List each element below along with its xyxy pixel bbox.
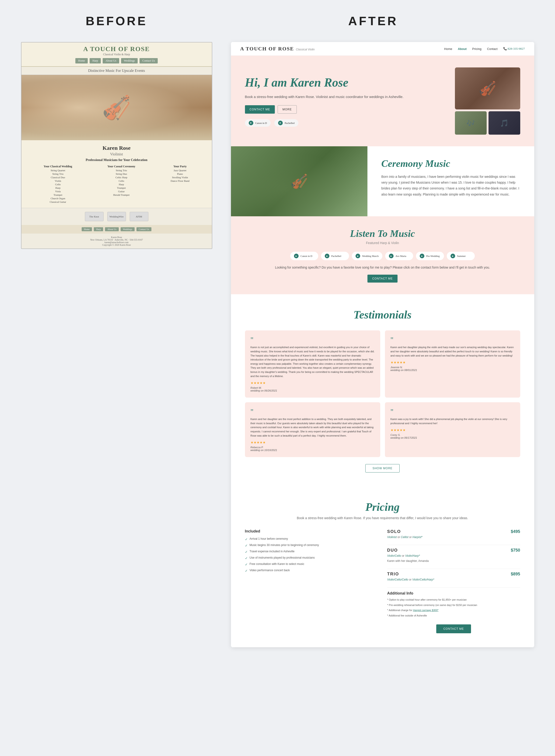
after-hero-section: Hi, I am Karen Rose Book a stress-free w…	[231, 56, 534, 146]
included-item-2: ✓ Music begins 30 minutes prior to begin…	[245, 543, 378, 547]
after-audio-player-2[interactable]: ▶ Pachelbel	[274, 119, 298, 127]
listen-heading: Listen To Music	[245, 228, 520, 239]
check-icon-5: ✓	[245, 562, 248, 566]
before-logos-row: The Knot WeddingWire AFIM	[22, 208, 212, 225]
testimonials-heading: Testimonials	[245, 308, 520, 321]
after-hero-buttons: CONTACT ME MORE	[245, 105, 445, 114]
included-item-3: ✓ Travel expense included in Asheville	[245, 550, 378, 554]
testimonial-card-1: " Karen is not just an accomplished and …	[245, 330, 380, 397]
listen-play-icon-3[interactable]: ▶	[355, 254, 360, 258]
after-nav-home[interactable]: Home	[444, 47, 452, 51]
wedding-date-2: wedding on 08/01/2021	[390, 369, 515, 372]
audio-label-1: Canon in D	[255, 122, 267, 124]
testimonial-text-2: Karen and her daughter playing the violi…	[390, 345, 515, 358]
tier-duo-price: $750	[511, 548, 520, 553]
listen-player-6[interactable]: ▶ Summer	[447, 252, 475, 260]
after-ceremony-section: 🎻 Ceremony Music Born into a family of m…	[231, 146, 534, 216]
after-hero-image-small-2: 🎵	[488, 111, 520, 135]
before-subtitle: Professional Musicians for Your Celebrat…	[26, 158, 207, 162]
before-badge-wedding-wire: WeddingWire	[107, 212, 126, 221]
after-column: A TOUCH OF ROSE Classical Violin Home Ab…	[231, 42, 534, 647]
before-footer-weddings[interactable]: Weddings	[121, 227, 135, 231]
before-artist-title: Violinist	[26, 152, 207, 156]
quote-mark-3: "	[251, 408, 375, 415]
after-hero-image-small-1: 🎶	[455, 111, 487, 135]
testimonial-card-4: " Karen was a joy to work with! She did …	[385, 402, 520, 457]
after-phone: 📞 828-335-9827	[503, 47, 525, 51]
listen-play-icon-2[interactable]: ▶	[325, 254, 330, 258]
after-audio-player-1[interactable]: ▶ Canon in D	[245, 119, 271, 127]
listen-contact-btn[interactable]: CONTACT ME	[368, 275, 397, 283]
wedding-date-3: wedding on 10/10/2021	[251, 449, 375, 452]
after-hero-images: 🎻 🎶 🎵	[455, 68, 520, 135]
after-nav-pricing[interactable]: Pricing	[472, 47, 481, 51]
additional-item-1: * Option to play cocktail hour after cer…	[387, 598, 520, 602]
tier-trio-price: $895	[511, 572, 520, 577]
before-service-casual: Your Casual Ceremony String Trio String …	[108, 165, 135, 203]
after-hero-more-btn[interactable]: MORE	[278, 105, 297, 114]
before-footer-harp[interactable]: Harp	[94, 227, 103, 231]
before-brand-name: A TOUCH OF ROSE	[26, 45, 207, 53]
pricing-included-col: Included ✓ Arrival 1 hour before ceremon…	[245, 529, 378, 633]
before-info-section: Karen Rose Violinist Professional Musici…	[22, 140, 212, 208]
listen-player-2[interactable]: ▶ Pachelbel	[321, 252, 349, 260]
listen-player-label-4: Ave Maria	[395, 255, 407, 257]
check-icon-2: ✓	[245, 544, 248, 547]
listen-player-1[interactable]: ▶ Canon in D	[290, 252, 318, 260]
stars-3: ★★★★★	[251, 440, 375, 445]
additional-item-4: * Additional fee outside of Asheville	[387, 614, 520, 618]
listen-play-icon-6[interactable]: ▶	[451, 254, 455, 258]
ceremony-image: 🎻	[231, 146, 368, 216]
pricing-grid: Included ✓ Arrival 1 hour before ceremon…	[245, 529, 520, 633]
testimonial-card-2: " Karen and her daughter playing the vio…	[385, 330, 520, 397]
testimonial-card-3: " Karen and her daughter are the most pe…	[245, 402, 380, 457]
listen-play-icon-4[interactable]: ▶	[389, 254, 393, 258]
show-more-button[interactable]: SHOW MORE	[365, 464, 400, 472]
included-title: Included	[245, 529, 378, 534]
testimonial-text-1: Karen is not just an accomplished and ex…	[251, 345, 375, 378]
listen-description: Looking for something specific? Do you h…	[245, 265, 520, 270]
before-footer-about[interactable]: About Us	[105, 227, 119, 231]
testimonials-grid: " Karen is not just an accomplished and …	[245, 330, 520, 457]
before-nav-contact[interactable]: Contact Us	[139, 58, 158, 64]
before-nav-harp[interactable]: Harp	[90, 58, 101, 64]
tier-duo-name: DUO	[387, 548, 398, 552]
play-icon-2[interactable]: ▶	[278, 121, 283, 125]
before-brand-sub: Classical Violin & Harp	[26, 53, 207, 56]
after-hero-contact-btn[interactable]: CONTACT ME	[245, 105, 275, 114]
before-nav-home[interactable]: Home	[75, 58, 88, 64]
before-footer-contact[interactable]: Contact Us	[136, 227, 152, 231]
tier-duo-desc: Violin/Cello or Violin/Harp*	[387, 554, 520, 558]
listen-play-icon-1[interactable]: ▶	[294, 254, 299, 258]
after-nav-contact[interactable]: Contact	[487, 47, 498, 51]
pricing-contact-btn[interactable]: CONTACT ME	[436, 624, 471, 633]
listen-player-label-6: Summer	[457, 255, 466, 257]
author-1: Robert M.	[251, 386, 375, 389]
before-tagline: Distinctive Music For Upscale Events	[22, 67, 212, 75]
included-item-6: ✓ Video performance concert back	[245, 569, 378, 573]
listen-subheading: Featured Harp & Violin	[245, 241, 520, 245]
pricing-tiers-col: SOLO $495 Violinist or Cellist or Harpis…	[387, 529, 520, 633]
before-badge-afim: AFIM	[130, 212, 148, 221]
before-nav-weddings[interactable]: Weddings	[121, 58, 138, 64]
pricing-additional: Additional Info * Option to play cocktai…	[387, 591, 520, 618]
before-artist-name: Karen Rose	[26, 145, 207, 151]
before-footer-home[interactable]: Home	[82, 227, 92, 231]
before-hero-image: 🎻	[22, 75, 212, 140]
tier-solo-price: $495	[511, 529, 520, 534]
listen-player-3[interactable]: ▶ Wedding March	[352, 252, 382, 260]
before-nav-about[interactable]: About Us	[103, 58, 119, 64]
play-icon-1[interactable]: ▶	[249, 121, 253, 125]
listen-player-5[interactable]: ▶ Pre-Wedding	[416, 252, 444, 260]
author-4: Corey S.	[390, 433, 515, 436]
before-footer-info: Karen Rose New Orleans, LA 70116 · Ashev…	[22, 234, 212, 249]
listen-play-icon-5[interactable]: ▶	[420, 254, 424, 258]
after-nav-links: Home About Pricing Contact 📞 828-335-982…	[444, 47, 525, 51]
ceremony-heading: Ceremony Music	[381, 158, 520, 169]
listen-player-4[interactable]: ▶ Ave Maria	[385, 252, 413, 260]
wedding-date-1: wedding on 06/26/2021	[251, 389, 375, 392]
after-pricing-section: Pricing Book a stress-free wedding with …	[231, 487, 534, 647]
after-brand: A TOUCH OF ROSE Classical Violin	[240, 46, 315, 52]
after-nav-about[interactable]: About	[458, 47, 467, 51]
testimonial-text-4: Karen was a joy to work with! She did a …	[390, 417, 515, 425]
